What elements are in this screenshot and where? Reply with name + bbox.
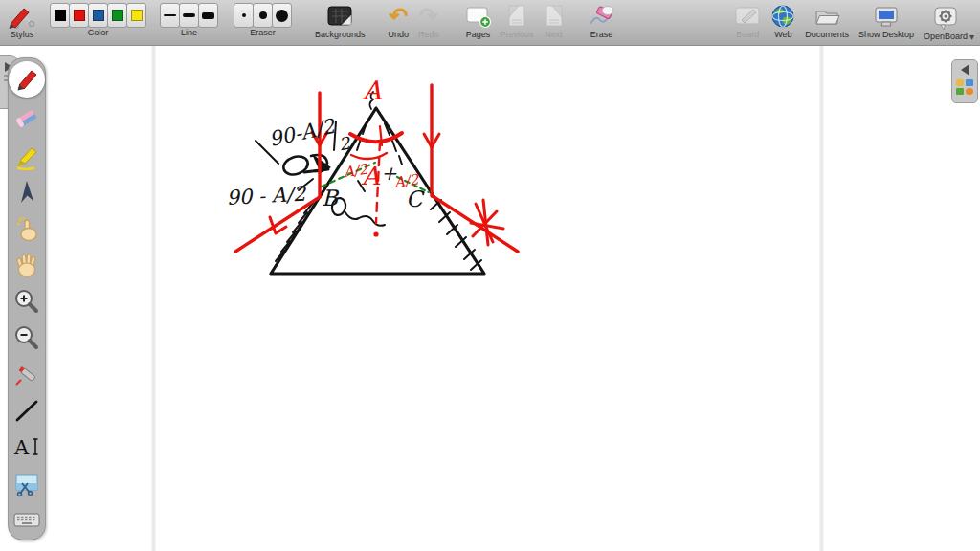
backgrounds-icon — [325, 3, 354, 30]
eraser-icon — [12, 105, 41, 134]
pages-icon — [464, 3, 493, 30]
backgrounds-label: Backgrounds — [315, 30, 366, 40]
shapes-mini-icon — [956, 88, 964, 95]
web-label: Web — [774, 30, 791, 40]
openboard-label: OpenBoard — [924, 32, 968, 42]
undo-icon: ↶ — [389, 3, 408, 30]
line-tool-icon — [12, 396, 41, 425]
show-desktop-icon — [873, 3, 900, 30]
line-width-medium-button[interactable] — [179, 3, 199, 28]
openboard-menu[interactable]: OpenBoard ▾ — [924, 3, 974, 42]
black-swatch — [55, 10, 66, 21]
color-group: Color — [50, 3, 146, 38]
tool-eraser[interactable] — [12, 105, 41, 134]
stylus-tool-palette: A — [8, 57, 46, 540]
tool-zoom-out[interactable] — [12, 323, 41, 352]
openboard-icon — [932, 5, 959, 32]
stylus-pen-icon — [12, 65, 41, 94]
tool-stylus[interactable] — [9, 61, 45, 98]
green-swatch — [112, 10, 123, 21]
small-dot-icon — [242, 13, 246, 17]
show-desktop-button[interactable]: Show Desktop — [858, 3, 914, 40]
next-page-button: Next — [542, 3, 567, 40]
board-label: Board — [736, 30, 759, 40]
documents-icon — [813, 3, 841, 30]
undo-button[interactable]: ↶ Undo — [389, 3, 410, 40]
blue-swatch — [93, 10, 104, 21]
undo-label: Undo — [389, 30, 410, 40]
line-width-thin-button[interactable] — [160, 3, 180, 28]
board-mode-button: Board — [734, 3, 761, 40]
tool-pointer[interactable] — [12, 214, 41, 243]
eraser-small-button[interactable] — [234, 3, 254, 28]
redo-button: ↷ Redo — [418, 3, 439, 40]
capture-icon — [12, 469, 41, 497]
documents-mode-button[interactable]: Documents — [805, 3, 849, 40]
web-icon — [770, 3, 795, 30]
pages-label: Pages — [466, 30, 491, 40]
selection-arrow-icon — [12, 178, 41, 207]
line-label: Line — [181, 28, 197, 38]
previous-icon — [504, 3, 529, 30]
documents-label: Documents — [805, 30, 849, 40]
virtual-keyboard-icon — [12, 505, 41, 534]
color-swatch-green[interactable] — [107, 3, 127, 28]
eraser-large-button[interactable] — [272, 3, 292, 28]
show-desktop-label: Show Desktop — [858, 30, 914, 40]
stylus-label: Stylus — [11, 30, 34, 40]
board-icon — [734, 3, 761, 30]
web-mode-button[interactable]: Web — [770, 3, 795, 40]
tool-selector[interactable] — [12, 178, 41, 207]
redo-icon: ↷ — [419, 3, 438, 30]
zoom-out-icon — [12, 323, 41, 352]
tool-text[interactable]: A — [12, 432, 41, 461]
library-mini-icons — [956, 79, 973, 95]
tool-line[interactable] — [12, 396, 41, 425]
media-mini-icon — [966, 79, 973, 86]
eraser-medium-button[interactable] — [253, 3, 273, 28]
stylus-icon — [6, 3, 38, 30]
text-tool-icon: A — [12, 432, 41, 461]
chevron-down-icon[interactable]: ▾ — [969, 32, 974, 42]
folder-mini-icon — [956, 79, 964, 86]
color-swatch-blue[interactable] — [88, 3, 108, 28]
line-group: Line — [160, 3, 218, 38]
svg-text:A: A — [13, 436, 30, 459]
tool-keyboard[interactable] — [12, 505, 41, 534]
color-swatch-black[interactable] — [50, 3, 70, 28]
tool-hand[interactable] — [12, 251, 41, 279]
medium-dot-icon — [259, 11, 267, 19]
color-label: Color — [88, 28, 109, 38]
expand-left-arrow-icon — [961, 64, 969, 76]
color-swatch-red[interactable] — [69, 3, 89, 28]
red-swatch — [74, 10, 85, 21]
redo-label: Redo — [418, 30, 439, 40]
erase-button[interactable]: Erase — [588, 3, 616, 40]
favorites-mini-icon — [966, 88, 973, 95]
openboard-window: A A/2 A A/2 90-A/2 2 90 - A/2 B C + — [0, 0, 980, 551]
previous-label: Previous — [501, 30, 534, 40]
previous-page-button: Previous — [501, 3, 534, 40]
backgrounds-button[interactable]: Backgrounds — [315, 3, 366, 40]
top-toolbar: Stylus Color Line — [0, 0, 980, 46]
thin-line-icon — [164, 14, 176, 16]
medium-line-icon — [183, 13, 195, 17]
yellow-swatch — [131, 10, 143, 21]
library-palette-tab[interactable] — [951, 59, 978, 103]
erase-label: Erase — [590, 30, 613, 40]
tool-laser[interactable] — [12, 360, 41, 388]
thick-line-icon — [202, 12, 214, 19]
tool-zoom-in[interactable] — [12, 287, 41, 316]
tool-capture[interactable] — [12, 469, 41, 497]
next-label: Next — [545, 30, 563, 40]
tool-highlighter[interactable] — [12, 142, 41, 170]
stylus-button[interactable]: Stylus — [6, 3, 38, 40]
zoom-in-icon — [12, 287, 41, 316]
erase-icon — [588, 3, 616, 30]
large-dot-icon — [276, 10, 288, 22]
openboard-menu-button[interactable]: OpenBoard — [924, 5, 968, 42]
pages-button[interactable]: Pages — [464, 3, 493, 40]
whiteboard-canvas[interactable] — [0, 46, 980, 551]
line-width-thick-button[interactable] — [198, 3, 218, 28]
color-swatch-yellow[interactable] — [126, 3, 146, 28]
